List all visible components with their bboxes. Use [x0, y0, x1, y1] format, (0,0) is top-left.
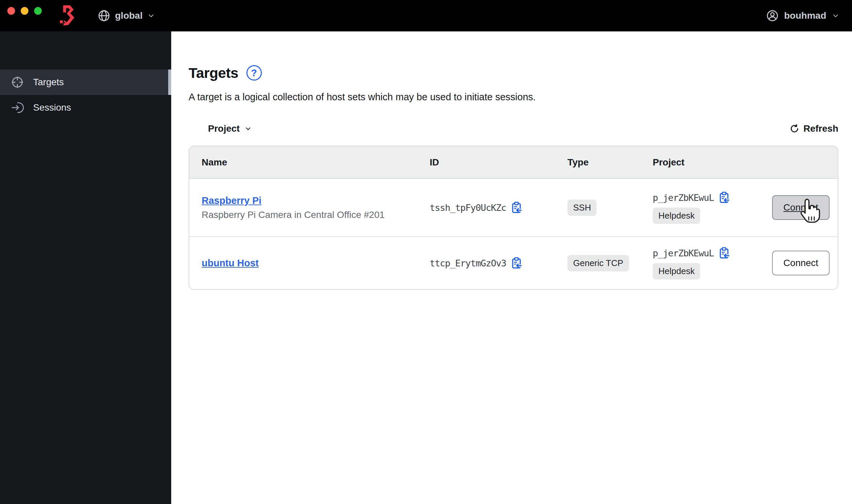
refresh-button[interactable]: Refresh [789, 123, 838, 134]
clipboard-copy-icon[interactable] [719, 192, 729, 204]
chevron-down-icon [831, 11, 840, 20]
column-header-name: Name [189, 157, 430, 168]
type-badge: SSH [567, 199, 597, 216]
boundary-logo [59, 4, 77, 27]
sessions-icon [11, 101, 24, 114]
clipboard-copy-icon[interactable] [719, 247, 729, 259]
targets-table: Name ID Type Project Raspberry Pi Raspbe… [189, 146, 838, 290]
scope-label: global [115, 11, 142, 21]
clipboard-copy-icon[interactable] [511, 201, 522, 214]
project-filter-dropdown[interactable]: Project [208, 123, 252, 134]
table-row: ubuntu Host ttcp_ErytmGzOv3 Generic TCP [189, 237, 838, 289]
project-id: p_jerZbKEwuL [653, 193, 714, 203]
sidebar: Targets Sessions [0, 32, 171, 504]
project-name-badge: Helpdesk [653, 263, 700, 280]
user-circle-icon [766, 9, 779, 22]
chevron-down-icon [244, 125, 252, 133]
refresh-icon [789, 124, 799, 134]
clipboard-copy-icon[interactable] [511, 257, 522, 269]
sidebar-item-sessions[interactable]: Sessions [0, 95, 171, 120]
sidebar-item-label: Sessions [33, 102, 71, 113]
table-header-row: Name ID Type Project [189, 146, 838, 179]
scope-switcher[interactable]: global [97, 0, 156, 32]
window-controls [7, 7, 42, 15]
table-row: Raspberry Pi Raspberry Pi Camera in Cent… [189, 179, 838, 237]
chevron-down-icon [147, 11, 156, 20]
page-description: A target is a logical collection of host… [189, 92, 838, 102]
project-name-badge: Helpdesk [653, 208, 700, 224]
target-id: tssh_tpFy0UcKZc [430, 202, 506, 213]
target-name-link[interactable]: Raspberry Pi [202, 195, 262, 206]
sidebar-item-label: Targets [33, 77, 64, 88]
active-indicator [168, 70, 171, 95]
main-content: Targets ? A target is a logical collecti… [171, 32, 852, 504]
project-id: p_jerZbKEwuL [653, 248, 714, 258]
connect-button[interactable]: Connect [772, 251, 830, 275]
target-name-link[interactable]: ubuntu Host [202, 258, 259, 269]
sidebar-item-targets[interactable]: Targets [0, 70, 171, 95]
column-header-type: Type [567, 157, 653, 168]
user-name: bouhmad [784, 11, 826, 21]
target-icon [11, 75, 24, 89]
help-circle-icon[interactable]: ? [246, 65, 262, 80]
zoom-window-button[interactable] [34, 7, 42, 15]
column-header-id: ID [430, 157, 567, 168]
minimize-window-button[interactable] [21, 7, 29, 15]
titlebar: global bouhmad [0, 0, 852, 32]
refresh-label: Refresh [803, 123, 838, 134]
target-description: Raspberry Pi Camera in Central Office #2… [202, 210, 385, 220]
user-menu[interactable]: bouhmad [766, 0, 840, 32]
connect-button[interactable]: Connect [772, 195, 830, 220]
table-toolbar: Project Refresh [189, 121, 838, 137]
page-title: Targets [189, 65, 238, 81]
close-window-button[interactable] [7, 7, 15, 15]
globe-icon [97, 9, 111, 22]
column-header-project: Project [653, 157, 772, 168]
type-badge: Generic TCP [567, 255, 629, 271]
filter-label: Project [208, 123, 240, 134]
target-id: ttcp_ErytmGzOv3 [430, 258, 506, 268]
